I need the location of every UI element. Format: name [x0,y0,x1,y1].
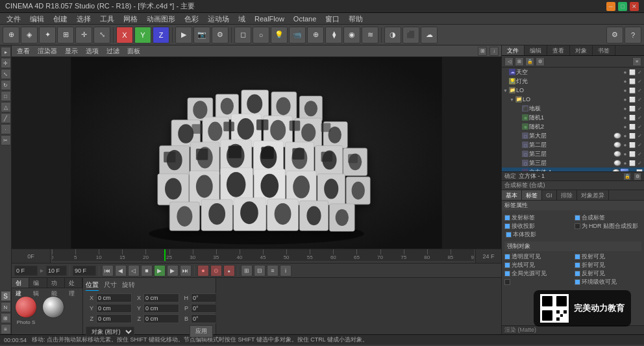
sec-options[interactable]: 选项 [83,47,101,56]
camera-btn[interactable]: 📹 [289,27,306,43]
rand1-render[interactable]: ✓ [636,115,643,121]
light-btn[interactable]: 💡 [271,27,288,43]
mat-tab-edit[interactable]: 编辑 [29,278,47,288]
lft-s-icon[interactable]: S [1,291,11,301]
lft-poly[interactable]: △ [1,102,11,112]
deform-btn[interactable]: ⧫ [325,27,342,43]
current-frame-input[interactable] [14,266,38,276]
menu-file[interactable]: 文件 [3,13,25,25]
render-settings[interactable]: ⚙ [212,27,229,43]
axis-z-btn[interactable]: Z [153,27,169,43]
l3a-eye[interactable]: ● [622,151,628,157]
mode-btn-2[interactable]: ◈ [21,27,38,43]
rh-tab-file[interactable]: 文件 [502,45,525,55]
rand1-eye[interactable]: ● [622,115,628,121]
rh-tab-bookmark[interactable]: 书签 [593,45,615,55]
l1-lock[interactable]: ⬜ [629,133,636,139]
tree-item-layer3a[interactable]: ◻ 第三层 ● ⬜ ✓ [502,149,644,158]
next-frame-btn[interactable]: ▶ [167,265,179,277]
extra-2[interactable]: ? [625,27,641,43]
rh-tab-view[interactable]: 查看 [547,45,570,55]
prop-lock-btn[interactable]: 🔒 [623,173,631,180]
key-btn[interactable]: ⬥ [223,265,235,277]
vis-gi-check[interactable] [504,271,510,277]
mode-btn-1[interactable]: ⊕ [3,27,19,43]
coords-tab-size[interactable]: 尺寸 [104,280,117,291]
l3a-lock[interactable]: ⬜ [629,151,636,157]
render-to-pic[interactable]: 📷 [193,27,210,43]
pt-tag[interactable]: 标签 [522,190,542,200]
prop-gear-btn[interactable]: ⚙ [634,173,641,180]
l1-eye[interactable]: ● [622,133,628,139]
l3b-eye[interactable]: ● [622,160,628,166]
sec-icon-1[interactable]: ⊞ [478,47,487,56]
layer-btn[interactable]: ≡ [267,265,279,277]
vis-cast-check[interactable] [575,254,580,260]
tree-item-rand2[interactable]: ≋ 随机2 ● ⬜ ✓ [502,122,644,131]
lo2-render[interactable]: ✓ [636,97,643,103]
menu-window[interactable]: 窗口 [321,13,343,25]
axis-x-btn[interactable]: X [116,27,133,43]
menu-create[interactable]: 创建 [49,13,71,25]
pt-objdiff[interactable]: 对象差异 [577,190,609,200]
sec-display[interactable]: 显示 [62,47,80,56]
sky-lock[interactable]: ⬜ [629,69,636,75]
menu-motion[interactable]: 运动场 [204,13,233,25]
rand2-eye[interactable]: ● [622,124,628,130]
rt-btn-3[interactable]: 🔒 [525,57,534,66]
lft-point[interactable]: · [1,124,11,134]
pt-basic[interactable]: 基本 [502,190,522,200]
l2-render[interactable]: ✓ [636,142,643,148]
timeline-ruler[interactable]: 051015202530354045505560657075808590 [52,249,474,261]
coord-z-size[interactable] [143,314,179,323]
snap2-btn[interactable]: ⊟ [254,265,266,277]
material-default[interactable] [42,296,65,327]
floor-btn[interactable]: ⬛ [402,27,419,43]
emit-tag-check[interactable] [504,215,510,221]
stop-btn[interactable]: ■ [141,265,153,277]
coord-y-pos[interactable] [96,304,132,313]
rand1-lock[interactable]: ⬜ [629,115,636,121]
coord-y-size[interactable] [143,304,179,313]
menu-color[interactable]: 色彩 [180,13,203,25]
light-lock[interactable]: ⬜ [629,79,636,84]
l1-render[interactable]: ✓ [636,133,643,139]
sky-eye[interactable]: ● [622,69,628,75]
l3b-render[interactable]: ✓ [636,160,643,166]
extra-1[interactable]: ⚙ [606,27,623,43]
lft-knife[interactable]: ✂ [1,135,11,145]
hdr-shadow-check[interactable] [575,223,580,229]
coords-tab-pos[interactable]: 位置 [86,280,99,291]
mode-btn-4[interactable]: ⊞ [57,27,74,43]
floor-eye[interactable]: ● [622,106,628,112]
move-btn[interactable]: ✛ [75,27,92,43]
scene-tree[interactable]: ☁ 天空 ● ⬜ ✓ 💡 灯光 ● ⬜ ✓ ▼ 📁 LO ● ⬜ [502,68,644,171]
sky-render[interactable]: ✓ [636,69,643,75]
keyframe-input[interactable] [46,266,67,276]
vis-reflect-check[interactable] [575,271,580,277]
vis-empty-check[interactable] [504,279,510,285]
prop-section-vis[interactable]: 强制对象 [504,241,641,251]
vis-ray-check[interactable] [504,262,510,268]
minimize-btn[interactable]: ─ [606,2,615,11]
go-end-btn[interactable]: ⏭ [180,265,192,277]
record-btn[interactable]: ● [197,265,209,277]
mat-tab-create[interactable]: 创建 [12,278,29,288]
vis-trans-check[interactable] [504,254,510,260]
sphere-prim[interactable]: ○ [253,27,269,43]
light-eye[interactable]: ● [622,79,628,84]
coords-tab-rot[interactable]: 旋转 [122,280,135,291]
menu-help[interactable]: 帮助 [345,13,367,25]
menu-domain[interactable]: 域 [234,13,249,25]
mograph-btn[interactable]: ≋ [362,27,378,43]
rh-tab-edit[interactable]: 编辑 [525,45,547,55]
tree-item-lo2[interactable]: ▼ 📁 LO ● ⬜ ✓ [502,95,644,104]
lft-select[interactable]: ▸ [1,47,11,57]
pt-gi[interactable]: GI [542,190,557,200]
rand2-lock[interactable]: ⬜ [629,124,636,130]
info-btn[interactable]: i [280,265,291,277]
lft-grid[interactable]: ⊞ [1,313,11,323]
sec-render[interactable]: 渲染器 [35,47,60,56]
tree-item-light[interactable]: 💡 灯光 ● ⬜ ✓ [502,77,644,86]
rt-btn-1[interactable]: ◁ [504,57,514,66]
